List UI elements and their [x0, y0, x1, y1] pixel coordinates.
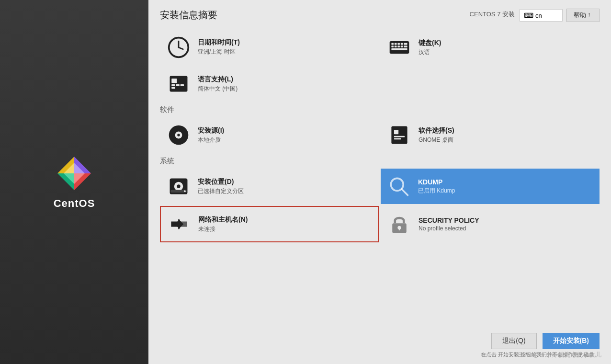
watermark: CSDN @一个外貌忧虑的小伙儿 — [513, 351, 601, 359]
tile-network[interactable]: 网络和主机名(N) 未连接 — [160, 206, 379, 242]
lock-icon — [387, 212, 412, 237]
exit-button[interactable]: 退出(Q) — [491, 333, 536, 349]
svg-rect-27 — [181, 84, 184, 86]
svg-rect-15 — [401, 43, 403, 45]
tile-network-subtitle: 未连接 — [198, 225, 248, 233]
svg-rect-21 — [404, 46, 407, 47]
tile-kdump-subtitle: 已启用 Kdump — [418, 187, 455, 195]
empty-cell — [381, 66, 600, 102]
lang-value: cn — [535, 12, 542, 19]
svg-rect-13 — [395, 43, 397, 45]
content-area: 日期和时间(T) 亚洲/上海 时区 — [148, 27, 611, 249]
tile-install-source[interactable]: 安装源(I) 本地介质 — [160, 117, 379, 153]
help-button[interactable]: 帮助！ — [566, 9, 600, 22]
clock-icon — [166, 35, 191, 60]
centos-logo: CentOS — [54, 154, 95, 210]
tile-network-title: 网络和主机名(N) — [198, 216, 248, 224]
keyboard-tile-icon — [387, 35, 412, 60]
header-controls: ⌨ cn 帮助！ — [520, 9, 600, 22]
tile-keyboard-text: 键盘(K) 汉语 — [419, 39, 441, 57]
svg-rect-12 — [391, 43, 394, 45]
svg-rect-32 — [391, 126, 407, 144]
svg-rect-22 — [391, 48, 407, 50]
tile-language-text: 语言支持(L) 简体中文 (中国) — [198, 75, 238, 93]
svg-rect-25 — [171, 84, 175, 86]
tile-software-select-text: 软件选择(S) GNOME 桌面 — [419, 126, 454, 144]
network-icon — [167, 212, 192, 237]
centos-gem-icon — [55, 154, 93, 193]
centos-brand-text: CentOS — [54, 197, 95, 210]
svg-rect-16 — [404, 43, 407, 45]
svg-point-31 — [177, 134, 180, 136]
tile-datetime-subtitle: 亚洲/上海 时区 — [198, 48, 240, 56]
tile-security-subtitle: No profile selected — [419, 225, 479, 232]
svg-rect-19 — [397, 46, 400, 47]
localization-partial-grid: 日期和时间(T) 亚洲/上海 时区 — [160, 32, 600, 65]
svg-rect-23 — [170, 76, 188, 91]
sidebar: CentOS — [0, 0, 148, 364]
svg-rect-20 — [401, 46, 403, 47]
tile-keyboard-subtitle: 汉语 — [419, 48, 441, 57]
tile-datetime[interactable]: 日期和时间(T) 亚洲/上海 时区 — [160, 32, 379, 65]
tile-install-dest-subtitle: 已选择自定义分区 — [198, 187, 244, 195]
svg-rect-26 — [176, 84, 179, 86]
software-grid: 安装源(I) 本地介质 软件选择(S) GNOME 桌面 — [160, 117, 600, 153]
page-title: 安装信息摘要 — [160, 9, 217, 22]
tile-keyboard-title: 键盘(K) — [419, 39, 441, 47]
tile-security[interactable]: SECURITY POLICY No profile selected — [381, 206, 600, 242]
tile-datetime-text: 日期和时间(T) 亚洲/上海 时区 — [198, 38, 240, 56]
disk-icon — [166, 174, 191, 199]
tile-software-select-subtitle: GNOME 桌面 — [419, 136, 454, 144]
tile-keyboard[interactable]: 键盘(K) 汉语 — [381, 32, 600, 65]
footer-buttons: 退出(Q) 开始安装(B) — [491, 333, 600, 349]
tile-install-dest[interactable]: 安装位置(D) 已选择自定义分区 — [160, 169, 379, 204]
keyboard-icon: ⌨ — [524, 11, 533, 19]
lang-input[interactable]: ⌨ cn — [520, 9, 563, 22]
header-right: CENTOS 7 安装 ⌨ cn 帮助！ — [470, 9, 600, 22]
system-grid: 安装位置(D) 已选择自定义分区 KDUMP 已启用 Kdump — [160, 169, 600, 242]
main-content: 安装信息摘要 CENTOS 7 安装 ⌨ cn 帮助！ — [148, 0, 611, 364]
svg-rect-17 — [391, 46, 394, 47]
svg-rect-14 — [397, 43, 400, 45]
software-icon — [387, 123, 412, 148]
header: 安装信息摘要 CENTOS 7 安装 ⌨ cn 帮助！ — [148, 0, 611, 27]
tile-install-dest-text: 安装位置(D) 已选择自定义分区 — [198, 178, 244, 195]
svg-point-38 — [177, 184, 180, 188]
svg-rect-24 — [171, 79, 177, 83]
tile-software-select-title: 软件选择(S) — [419, 126, 454, 135]
install-label: CENTOS 7 安装 — [470, 10, 515, 19]
tile-language-title: 语言支持(L) — [198, 75, 238, 84]
tile-install-dest-title: 安装位置(D) — [198, 178, 244, 186]
start-install-button[interactable]: 开始安装(B) — [543, 333, 600, 349]
tile-language-subtitle: 简体中文 (中国) — [198, 85, 238, 93]
tile-install-source-title: 安装源(I) — [198, 126, 224, 135]
svg-line-42 — [402, 189, 408, 195]
disc-icon — [166, 123, 191, 148]
tile-install-source-subtitle: 本地介质 — [198, 136, 224, 144]
software-section-label: 软件 — [160, 105, 600, 114]
language-grid: 语言支持(L) 简体中文 (中国) — [160, 66, 600, 102]
tile-language[interactable]: 语言支持(L) 简体中文 (中国) — [160, 66, 379, 102]
svg-rect-33 — [394, 130, 398, 134]
language-tile-icon — [166, 71, 191, 96]
tile-kdump-title: KDUMP — [418, 178, 455, 186]
tile-security-text: SECURITY POLICY No profile selected — [419, 216, 479, 232]
svg-rect-34 — [394, 136, 405, 137]
search-icon — [386, 174, 411, 199]
svg-rect-28 — [171, 87, 175, 89]
system-section-label: 系统 — [160, 157, 600, 166]
svg-rect-35 — [394, 138, 401, 139]
tile-datetime-title: 日期和时间(T) — [198, 38, 240, 47]
svg-rect-18 — [395, 46, 397, 47]
tile-kdump-text: KDUMP 已启用 Kdump — [418, 178, 455, 195]
tile-software-select[interactable]: 软件选择(S) GNOME 桌面 — [381, 117, 600, 153]
tile-install-source-text: 安装源(I) 本地介质 — [198, 126, 224, 144]
tile-network-text: 网络和主机名(N) 未连接 — [198, 216, 248, 233]
svg-line-10 — [179, 47, 183, 49]
tile-kdump[interactable]: KDUMP 已启用 Kdump — [381, 169, 600, 204]
svg-point-40 — [184, 190, 186, 192]
tile-security-title: SECURITY POLICY — [419, 216, 479, 224]
